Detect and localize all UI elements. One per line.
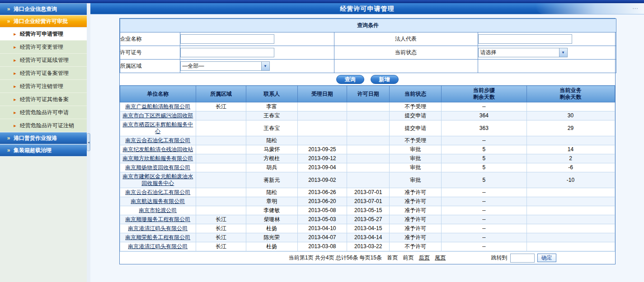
sidebar-item[interactable]: 集装箱超载治理	[0, 144, 87, 157]
sidebar-item[interactable]: 港口普货作业报港	[0, 132, 87, 144]
cell-contact: 方根柱	[246, 154, 297, 163]
cell-step-days: --	[442, 197, 526, 206]
company-name-link[interactable]: 南京市栖霞区丰辉船舶服务中心	[122, 121, 193, 134]
company-name-link[interactable]: 南京港清江码头有限公司	[128, 225, 188, 231]
cell-region	[196, 188, 246, 197]
status-select[interactable]: 请选择 ▼	[478, 48, 568, 57]
sidebar-item[interactable]: 经营许可变更管理	[0, 41, 87, 54]
company-name-link[interactable]: 南京云合石油化工有限公司	[125, 189, 190, 195]
sidebar-item[interactable]: 经营许可申请管理	[0, 28, 87, 41]
cell-region: 长江	[196, 102, 246, 111]
cell-accept-date: 2013-04-07	[297, 233, 347, 242]
cell-license-date: 2013-03-22	[347, 242, 390, 251]
license-no-input[interactable]	[180, 48, 274, 57]
cell-region	[196, 163, 246, 172]
cell-contact: 杜扬	[246, 242, 297, 251]
table-row: 南京市栖霞区丰辉船舶服务中心 王春宝 提交申请 363 29	[120, 120, 615, 136]
cell-contact: 王春宝	[246, 111, 297, 120]
company-name-input[interactable]	[180, 34, 274, 44]
company-name-link[interactable]: 南京广益船舶清舱有限公司	[125, 103, 190, 110]
sidebar-item[interactable]: 经营许可证其他备案	[0, 93, 87, 106]
grip-dots-icon: ⋯	[632, 3, 639, 14]
table-row: 南京航达服务有限公司 章明 2013-06-20 2013-07-01 准予许可…	[120, 197, 615, 206]
legal-rep-input[interactable]	[478, 34, 572, 44]
cell-license-date: 2013-04-14	[347, 233, 390, 242]
cell-accept-date	[297, 120, 347, 136]
search-button[interactable]: 查询	[336, 75, 364, 84]
cell-contact: 陆松	[246, 188, 297, 197]
cell-license-date: 2013-04-15	[347, 224, 390, 233]
cell-status: 提交申请	[390, 120, 442, 136]
cell-accept-date: 2013-09-02	[297, 172, 347, 188]
sidebar-item[interactable]: 经营危险品许可证注销	[0, 119, 87, 132]
company-name-link[interactable]: 南京市建邺区金元船舶废油水回收服务中心	[122, 173, 193, 186]
company-name-link[interactable]: 南京港清江码头有限公司	[128, 243, 188, 250]
sidebar-item[interactable]: 港口企业经营许可审批	[0, 15, 87, 28]
sidebar-item[interactable]: 经营许可注销管理	[0, 80, 87, 93]
cell-biz-days: -6	[526, 163, 615, 172]
company-name-link[interactable]: 南京云合石油化工有限公司	[125, 137, 190, 143]
add-button[interactable]: 新增	[371, 75, 399, 84]
cell-status: 不予受理	[390, 136, 442, 145]
company-name-link[interactable]: 南京市白下区恩赐污油回收部	[122, 112, 193, 119]
company-name-link[interactable]: 南京顺方欣船舶服务有限公司	[122, 155, 193, 162]
cell-biz-days: 2	[526, 154, 615, 163]
action-button-row: 查询 新增	[120, 73, 615, 85]
table-row: 南京云合石油化工有限公司 陆松 2013-06-26 2013-07-01 准予…	[120, 188, 615, 197]
table-header-row: 单位名称 所属区域 联系人 受理日期 许可日期 当前状态 当前步骤 剩余天数 当…	[120, 86, 615, 102]
cell-accept-date	[297, 102, 347, 111]
sidebar-collapse-handle[interactable]: ◂	[87, 133, 90, 151]
cell-accept-date: 2013-06-20	[297, 197, 347, 206]
arrow-icon	[12, 80, 18, 92]
cell-step-days: --	[442, 136, 526, 145]
sidebar-item[interactable]: 港口企业信息查询	[0, 3, 87, 15]
cell-accept-date: 2013-09-12	[297, 154, 347, 163]
last-page-link[interactable]: 尾页	[435, 254, 446, 261]
cell-region: 长江	[196, 233, 246, 242]
cell-accept-date	[297, 111, 347, 120]
table-row: 南京广益船舶清舱有限公司 长江 李富 不予受理 --	[120, 102, 615, 111]
sidebar-item[interactable]: 经营许可证延续管理	[0, 54, 87, 67]
cell-biz-days	[526, 197, 615, 206]
sidebar-filler	[0, 157, 87, 282]
cell-biz-days: -10	[526, 172, 615, 188]
header-license-date: 许可日期	[347, 86, 390, 102]
company-name-link[interactable]: 南京顺珊服务工程有限公司	[125, 216, 190, 222]
sidebar-item[interactable]: 经营危险品许可申请	[0, 106, 87, 119]
company-name-link[interactable]: 南京航达服务有限公司	[131, 198, 185, 204]
company-name-link[interactable]: 南京市轮渡公司	[139, 207, 177, 213]
collapse-arrow-icon: ◂	[88, 140, 89, 144]
cell-accept-date: 2013-09-25	[297, 145, 347, 154]
cell-accept-date: 2013-09-04	[297, 163, 347, 172]
arrow-icon	[12, 41, 18, 53]
cell-license-date	[347, 102, 390, 111]
cell-step-days: --	[442, 224, 526, 233]
cell-license-date: 2013-07-01	[347, 197, 390, 206]
region-select[interactable]: —全部— ▼	[180, 61, 270, 71]
confirm-jump-button[interactable]: 确定	[537, 254, 556, 262]
cell-contact: 陈光荣	[246, 233, 297, 242]
empty-cell	[334, 60, 478, 73]
top-strip	[0, 0, 644, 3]
cell-biz-days	[526, 242, 615, 251]
cell-status: 审批	[390, 172, 442, 188]
cell-step-days: --	[442, 188, 526, 197]
company-name-link[interactable]: 南京顺荣船务工程有限公司	[125, 234, 190, 240]
cell-region	[196, 120, 246, 136]
cell-license-date	[347, 136, 390, 145]
cell-accept-date	[297, 136, 347, 145]
company-name-link[interactable]: 南京顺扬物资回收有限公司	[125, 164, 190, 171]
next-page-link[interactable]: 后页	[419, 254, 430, 261]
jump-page-input[interactable]	[510, 254, 535, 263]
pagination-bar: 当前第1页 共分4页 总计56条 每页15条 首页 前页 后页 尾页 跳转到 确…	[120, 251, 615, 264]
company-name-link[interactable]: 南京纪发船舶清仓残油回收站	[122, 146, 193, 153]
sidebar-nav: 港口企业信息查询 港口企业经营许可审批 经营许可申请管理 经营许可变更管理 经营…	[0, 3, 87, 157]
query-section-title: 查询条件	[120, 19, 616, 32]
cell-region: 长江	[196, 215, 246, 224]
table-row: 南京顺扬物资回收有限公司 胡兵 2013-09-04 审批 5 -6	[120, 163, 615, 172]
cell-license-date	[347, 172, 390, 188]
license-no-label: 许可证号	[120, 46, 180, 60]
cell-biz-days	[526, 102, 615, 111]
sidebar-item[interactable]: 经营许可证备案管理	[0, 67, 87, 80]
arrow-icon	[5, 132, 12, 144]
